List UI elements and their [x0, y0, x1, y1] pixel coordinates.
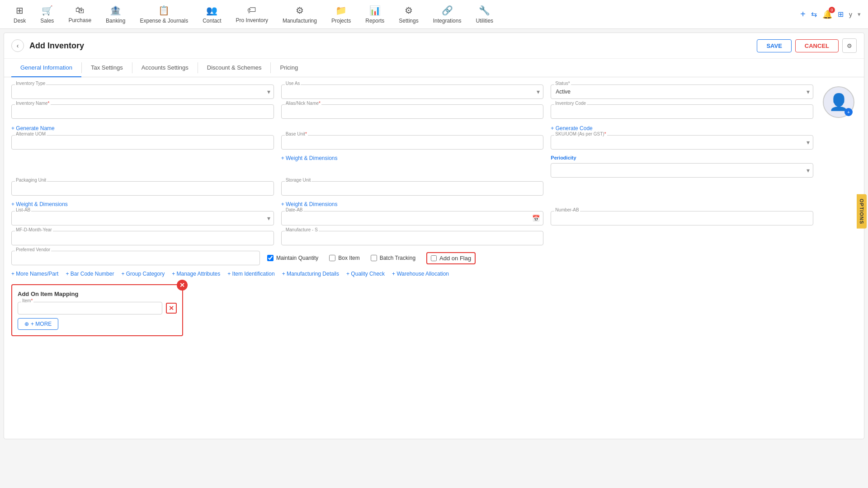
packaging-unit-input[interactable] [11, 181, 274, 196]
nav-banking[interactable]: 🏦 Banking [99, 1, 132, 28]
transfer-icon[interactable]: ⇆ [811, 10, 817, 19]
cancel-button[interactable]: CANCEL [795, 39, 839, 52]
list-ab-label: List-AB [15, 207, 31, 212]
generate-code-link[interactable]: + Generate Code [551, 125, 813, 131]
grid-icon[interactable]: ⊞ [838, 10, 844, 19]
add-on-flag-checkbox[interactable] [431, 255, 437, 261]
manufacture-s-input[interactable] [281, 231, 544, 245]
weight-dimensions-link-3[interactable]: + Weight & Dimensions [281, 201, 544, 207]
proinventory-icon: 🏷 [247, 5, 256, 15]
base-unit-input[interactable] [281, 135, 544, 150]
options-tab[interactable]: OPTIONS [857, 194, 867, 229]
generate-code-col: + Generate Code [551, 124, 813, 131]
number-ab-col: Number-AB [551, 211, 813, 225]
tab-general[interactable]: General Information [11, 59, 81, 77]
nav-utilities[interactable]: 🔧 Utilities [469, 1, 500, 28]
nav-right: + ⇆ 🔔 0 ⊞ y ▾ [800, 9, 861, 19]
weight-dimensions-link-1[interactable]: + Weight & Dimensions [281, 155, 544, 161]
date-ab-col: Date-AB 📅 [281, 211, 544, 225]
group-category-link[interactable]: + Group Category [121, 271, 165, 277]
list-ab-select[interactable] [11, 211, 274, 225]
more-names-part-link[interactable]: + More Names/Part [11, 271, 58, 277]
sku-uom-label: SKU/UOM (As per GST) [554, 131, 607, 136]
manage-attributes-link[interactable]: + Manage Attributes [172, 271, 220, 277]
tab-pricing[interactable]: Pricing [271, 59, 307, 77]
mf-d-input[interactable] [11, 231, 274, 245]
back-button[interactable]: ‹ [11, 39, 24, 52]
number-ab-input[interactable] [551, 211, 813, 225]
nav-sales[interactable]: 🛒 Sales [34, 1, 60, 28]
bar-code-number-link[interactable]: + Bar Code Number [66, 271, 114, 277]
nav-projects-label: Projects [331, 18, 351, 24]
nav-purchase[interactable]: 🛍 Purchase [62, 1, 98, 27]
warehouse-allocation-link[interactable]: + Warehouse Allocation [392, 271, 449, 277]
nav-desk[interactable]: ⊞ Desk [7, 1, 32, 28]
alias-nick-col: Alias/Nick Name [281, 104, 544, 119]
sku-uom-select[interactable] [551, 135, 813, 150]
manufacturing-details-link[interactable]: + Manufacturing Details [282, 271, 339, 277]
manufacture-s-col: Manufacture - S [281, 231, 544, 245]
use-as-select[interactable] [281, 84, 544, 99]
nav-proinventory[interactable]: 🏷 Pro Inventory [230, 1, 274, 27]
add-on-item-mapping-box: Add On Item Mapping Item ✕ ⊕ + MORE ✕ [11, 284, 183, 336]
generate-name-col: + Generate Name [11, 124, 274, 131]
top-navigation: ⊞ Desk 🛒 Sales 🛍 Purchase 🏦 Banking 📋 Ex… [0, 0, 868, 29]
inventory-code-input[interactable] [551, 104, 813, 119]
weight-dimensions-link-2[interactable]: + Weight & Dimensions [11, 201, 274, 207]
desk-icon: ⊞ [16, 5, 24, 16]
batch-tracking-label: Batch Tracking [380, 255, 415, 261]
nav-reports[interactable]: 📊 Reports [359, 1, 391, 28]
notification-bell[interactable]: 🔔 0 [822, 9, 832, 19]
tab-tax[interactable]: Tax Settings [82, 59, 132, 77]
box-item-checkbox[interactable] [329, 255, 335, 261]
nav-projects[interactable]: 📁 Projects [325, 1, 357, 28]
preferred-vendor-field: Preferred Vendor [11, 251, 260, 265]
nav-integrations-label: Integrations [433, 18, 462, 24]
save-button[interactable]: SAVE [757, 39, 791, 52]
form-row-6: MF-D-Month-Year Manufacture - S [11, 231, 813, 245]
alias-nick-input[interactable] [281, 104, 544, 119]
nav-integrations[interactable]: 🔗 Integrations [427, 1, 468, 28]
weight-links-row: + Weight & Dimensions + Weight & Dimensi… [11, 201, 813, 207]
nav-expense[interactable]: 📋 Expense & Journals [133, 1, 194, 28]
preferred-vendor-input[interactable] [11, 251, 260, 265]
list-ab-col: List-AB ▾ [11, 211, 274, 225]
item-identification-link[interactable]: + Item Identification [227, 271, 274, 277]
nav-contact[interactable]: 👥 Contact [196, 1, 227, 28]
mapping-more-button[interactable]: ⊕ + MORE [18, 318, 58, 330]
storage-unit-input[interactable] [281, 181, 544, 196]
user-dropdown-arrow[interactable]: ▾ [858, 11, 861, 18]
form-row-7: Preferred Vendor Maintain Quantity Box I… [11, 251, 813, 265]
tab-accounts[interactable]: Accounts Settings [132, 59, 198, 77]
manufacture-s-field: Manufacture - S [281, 231, 544, 245]
mapping-close-button[interactable]: ✕ [177, 280, 188, 291]
inventory-type-select[interactable] [11, 84, 274, 99]
bottom-links: + More Names/Part + Bar Code Number + Gr… [11, 271, 813, 277]
user-avatar[interactable]: y [849, 11, 852, 18]
maintain-quantity-checkbox[interactable] [267, 255, 274, 261]
nav-manufacturing[interactable]: ⚙ Manufacturing [276, 1, 323, 28]
generate-name-link[interactable]: + Generate Name [11, 125, 274, 131]
mapping-item-input[interactable] [18, 302, 162, 314]
alternate-uom-input[interactable] [11, 135, 274, 150]
add-button[interactable]: + [800, 9, 806, 19]
periodicity-select[interactable] [551, 163, 813, 178]
tab-discount[interactable]: Discount & Schemes [198, 59, 271, 77]
batch-tracking-checkbox[interactable] [371, 255, 377, 261]
periodicity-field: ▾ [551, 163, 813, 178]
quality-check-link[interactable]: + Quality Check [346, 271, 385, 277]
mapping-delete-button[interactable]: ✕ [166, 303, 177, 314]
inventory-avatar[interactable]: 👤 + [823, 86, 854, 118]
purchase-icon: 🛍 [75, 5, 85, 15]
expense-icon: 📋 [158, 5, 170, 16]
sku-uom-col: SKU/UOM (As per GST) ▾ [551, 135, 813, 150]
inventory-code-field: Inventory Code [551, 104, 813, 119]
inventory-name-input[interactable] [11, 104, 274, 119]
gear-button[interactable]: ⚙ [842, 38, 857, 53]
date-ab-input[interactable] [281, 211, 544, 225]
nav-settings[interactable]: ⚙ Settings [392, 1, 425, 28]
avatar-edit-button[interactable]: + [844, 108, 853, 116]
status-select[interactable]: Active [551, 84, 813, 99]
nav-sales-label: Sales [40, 18, 54, 24]
calendar-icon[interactable]: 📅 [532, 215, 540, 222]
